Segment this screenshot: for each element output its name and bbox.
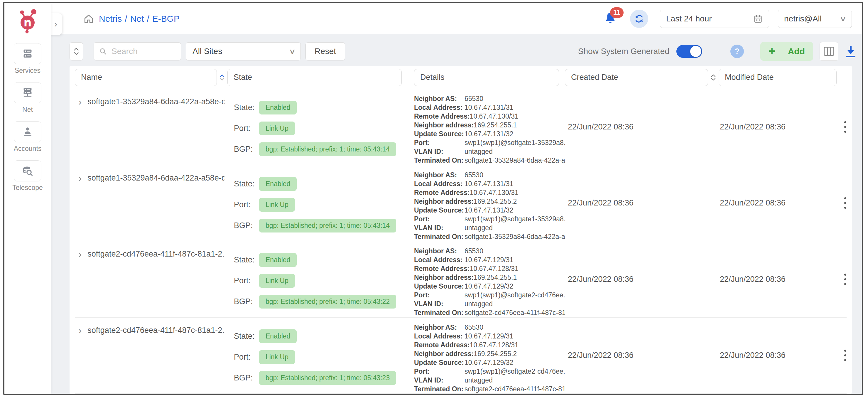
row-name: softgate2-cd476eea-411f-487c-81a1-2... [88, 326, 224, 335]
bgp-label: BGP: [234, 373, 259, 382]
row-name: softgate1-35329a84-6daa-422a-a58e-d... [88, 97, 224, 106]
bgp-badge: bgp: Established; prefix: 1; time: 05:43… [259, 371, 396, 385]
site-filter-value: All Sites [192, 47, 222, 56]
state-label: State: [234, 332, 259, 341]
detail-label: Neighbor address: [414, 121, 474, 129]
detail-value: 10.67.47.128/31 [470, 264, 519, 273]
sidebar-item-net[interactable]: Net [14, 82, 41, 114]
created-date-sort-button[interactable] [708, 73, 719, 82]
services-icon [21, 47, 34, 60]
telescope-card[interactable] [14, 160, 41, 181]
breadcrumb-link-net[interactable]: Net [130, 14, 144, 24]
name-sort-button[interactable] [217, 73, 227, 82]
toolbar: All Sites ∨ Reset Show System Generated … [69, 42, 857, 61]
modified-date-filter-input[interactable]: Modified Date [719, 69, 837, 86]
row-details: Neighbor AS:65530 Local Address:10.67.47… [414, 318, 565, 393]
sidebar-item-telescope[interactable]: Telescope [12, 160, 43, 192]
state-filter-input[interactable]: State [227, 69, 402, 86]
detail-label: Remote Address: [414, 112, 470, 121]
refresh-button[interactable] [630, 10, 648, 28]
port-badge: Link Up [259, 350, 295, 364]
detail-label: Remote Address: [414, 341, 470, 349]
home-icon[interactable] [83, 13, 94, 24]
reorder-button[interactable] [69, 42, 83, 60]
search-box[interactable] [94, 42, 181, 60]
detail-label: Update Source: [414, 129, 465, 138]
detail-value: 10.67.47.131/32 [465, 129, 513, 138]
table-row: › softgate1-35329a84-6daa-422a-a58e-d...… [75, 89, 846, 165]
breadcrumb-separator: / [125, 14, 127, 24]
site-filter-select[interactable]: All Sites ∨ [186, 42, 301, 60]
detail-label: Port: [414, 138, 465, 147]
notification-count-badge: 11 [610, 7, 624, 18]
services-card[interactable] [14, 43, 41, 64]
name-filter-input[interactable]: Name [75, 69, 217, 86]
detail-value: 10.67.47.129/31 [465, 332, 513, 341]
plus-icon: + [769, 45, 775, 57]
modified-date: 22/Jun/2022 08:36 [719, 241, 842, 317]
detail-value: 65530 [465, 171, 483, 179]
detail-value: untagged [465, 300, 493, 308]
sidebar-collapse-button[interactable]: › [50, 13, 62, 35]
sidebar-item-services[interactable]: Services [14, 43, 41, 74]
sort-icon [710, 73, 716, 82]
detail-label: Update Source: [414, 282, 465, 290]
detail-value: swp1(swp1)@softgate1-35329a8... [465, 138, 565, 147]
row-actions-kebab-icon[interactable] [842, 347, 849, 363]
detail-value: softgate2-cd476eea-411f-487c-81... [465, 384, 565, 393]
detail-label: VLAN ID: [414, 147, 465, 156]
reset-button[interactable]: Reset [306, 42, 345, 60]
row-actions-kebab-icon[interactable] [842, 195, 849, 211]
row-expand-chevron-icon[interactable]: › [79, 173, 82, 183]
created-date-filter-input[interactable]: Created Date [565, 69, 708, 86]
sidebar-item-label: Services [15, 67, 40, 74]
breadcrumb-link-netris[interactable]: Netris [99, 14, 122, 24]
detail-label: Port: [414, 215, 465, 223]
netris-logo-icon[interactable]: n [15, 8, 40, 35]
show-system-generated-toggle[interactable] [676, 45, 702, 58]
detail-label: Terminated On: [414, 308, 465, 317]
row-expand-chevron-icon[interactable]: › [79, 325, 82, 335]
column-header-modified: Modified Date [719, 69, 842, 86]
tenant-select[interactable]: netris@All ∨ [778, 10, 852, 28]
row-actions-kebab-icon[interactable] [842, 119, 849, 135]
download-icon [845, 45, 857, 58]
accounts-card[interactable] [14, 121, 41, 143]
net-card[interactable] [14, 82, 41, 103]
row-name: softgate2-cd476eea-411f-487c-81a1-2... [88, 249, 224, 258]
detail-label: Neighbor AS: [414, 94, 465, 103]
created-date: 22/Jun/2022 08:36 [565, 241, 719, 317]
detail-value: swp1(swp1)@softgate2-cd476ee... [465, 290, 565, 300]
sidebar-item-accounts[interactable]: Accounts [14, 121, 42, 153]
port-badge: Link Up [259, 274, 295, 288]
row-details: Neighbor AS:65530 Local Address:10.67.47… [414, 89, 565, 165]
state-label: State: [234, 179, 259, 188]
detail-value: untagged [465, 376, 493, 384]
row-actions-kebab-icon[interactable] [842, 271, 849, 287]
notifications-button[interactable]: 11 [603, 11, 617, 27]
search-input[interactable] [112, 47, 176, 56]
column-settings-button[interactable] [819, 42, 838, 61]
bgp-label: BGP: [234, 221, 259, 230]
add-button[interactable]: + Add [760, 42, 813, 61]
bgp-badge: bgp: Established; prefix: 1; time: 05:43… [259, 219, 396, 233]
columns-icon [824, 47, 834, 56]
detail-label: Port: [414, 367, 465, 376]
detail-value: 10.67.47.131/31 [465, 103, 513, 112]
app-window: n Services [3, 2, 863, 395]
detail-label: Neighbor AS: [414, 247, 465, 255]
details-filter-input[interactable]: Details [414, 69, 559, 86]
port-label: Port: [234, 200, 259, 209]
help-button[interactable]: ? [731, 44, 744, 58]
port-label: Port: [234, 352, 259, 362]
column-header-created: Created Date [565, 69, 719, 86]
tenant-value: netris@All [784, 14, 822, 24]
breadcrumb-link-ebgp[interactable]: E-BGP [152, 14, 180, 24]
detail-value: softgate2-cd476eea-411f-487c-81... [465, 308, 565, 317]
detail-value: swp1(swp1)@softgate2-cd476ee... [465, 367, 565, 376]
bgp-badge: bgp: Established; prefix: 1; time: 05:43… [259, 143, 396, 156]
time-range-picker[interactable]: Last 24 hour [660, 10, 769, 28]
row-expand-chevron-icon[interactable]: › [79, 97, 82, 106]
download-button[interactable] [845, 45, 857, 58]
row-expand-chevron-icon[interactable]: › [79, 249, 82, 259]
